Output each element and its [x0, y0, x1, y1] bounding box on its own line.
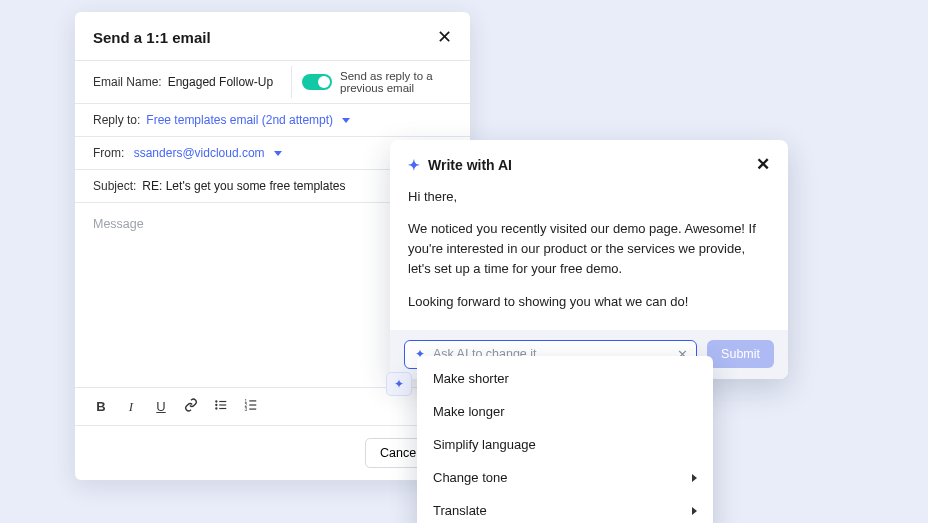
- reply-to-label: Reply to:: [93, 113, 140, 127]
- svg-rect-11: [249, 409, 256, 410]
- ai-paragraph: We noticed you recently visited our demo…: [408, 219, 770, 279]
- write-with-ai-panel: ✦ ✦ Write with AI ✕ Hi there, We noticed…: [390, 140, 788, 379]
- ai-trigger-chip[interactable]: ✦: [386, 372, 412, 396]
- modal-title: Send a 1:1 email: [93, 29, 211, 46]
- unordered-list-button[interactable]: [213, 398, 229, 415]
- svg-rect-7: [249, 400, 256, 401]
- reply-toggle-label: Send as reply to a previous email: [340, 70, 460, 94]
- submit-button[interactable]: Submit: [707, 340, 774, 368]
- suggestion-make-longer[interactable]: Make longer: [417, 395, 713, 428]
- svg-text:3: 3: [245, 407, 248, 412]
- close-icon[interactable]: ✕: [756, 154, 770, 175]
- suggestion-label: Make longer: [433, 404, 505, 419]
- suggestion-translate[interactable]: Translate: [417, 494, 713, 523]
- sparkle-icon: ✦: [394, 377, 404, 391]
- svg-rect-9: [249, 404, 256, 405]
- svg-rect-3: [219, 404, 226, 405]
- email-name-label: Email Name:: [93, 75, 162, 89]
- subject-value[interactable]: RE: Let's get you some free templates: [142, 179, 345, 193]
- suggestion-make-shorter[interactable]: Make shorter: [417, 362, 713, 395]
- italic-button[interactable]: I: [123, 399, 139, 415]
- sparkle-icon: ✦: [408, 157, 420, 173]
- suggestion-label: Change tone: [433, 470, 507, 485]
- ai-generated-text: Hi there, We noticed you recently visite…: [390, 185, 788, 330]
- bold-button[interactable]: B: [93, 399, 109, 414]
- svg-point-0: [215, 400, 217, 402]
- suggestion-label: Translate: [433, 503, 487, 518]
- ai-paragraph: Hi there,: [408, 187, 770, 207]
- reply-to-dropdown[interactable]: Free templates email (2nd attempt): [146, 113, 350, 127]
- chevron-down-icon: [274, 151, 282, 156]
- reply-toggle[interactable]: [302, 74, 332, 90]
- suggestion-label: Simplify language: [433, 437, 536, 452]
- close-icon[interactable]: ✕: [437, 28, 452, 46]
- ordered-list-button[interactable]: 123: [243, 398, 259, 415]
- svg-point-4: [215, 407, 217, 409]
- reply-to-value: Free templates email (2nd attempt): [146, 113, 333, 127]
- from-value: ssanders@vidcloud.com: [134, 146, 265, 160]
- ai-panel-title: Write with AI: [428, 157, 512, 173]
- subject-label: Subject:: [93, 179, 136, 193]
- link-button[interactable]: [183, 398, 199, 415]
- underline-button[interactable]: U: [153, 399, 169, 414]
- svg-rect-5: [219, 408, 226, 409]
- svg-point-2: [215, 404, 217, 406]
- ai-paragraph: Looking forward to showing you what we c…: [408, 292, 770, 312]
- suggestion-simplify-language[interactable]: Simplify language: [417, 428, 713, 461]
- ai-suggestions-menu: Make shorter Make longer Simplify langua…: [417, 356, 713, 523]
- suggestion-label: Make shorter: [433, 371, 509, 386]
- email-name-value[interactable]: Engaged Follow-Up: [168, 75, 273, 89]
- svg-rect-1: [219, 401, 226, 402]
- from-label: From:: [93, 146, 124, 160]
- from-dropdown[interactable]: ssanders@vidcloud.com: [134, 146, 282, 160]
- suggestion-change-tone[interactable]: Change tone: [417, 461, 713, 494]
- chevron-right-icon: [692, 474, 697, 482]
- chevron-down-icon: [342, 118, 350, 123]
- chevron-right-icon: [692, 507, 697, 515]
